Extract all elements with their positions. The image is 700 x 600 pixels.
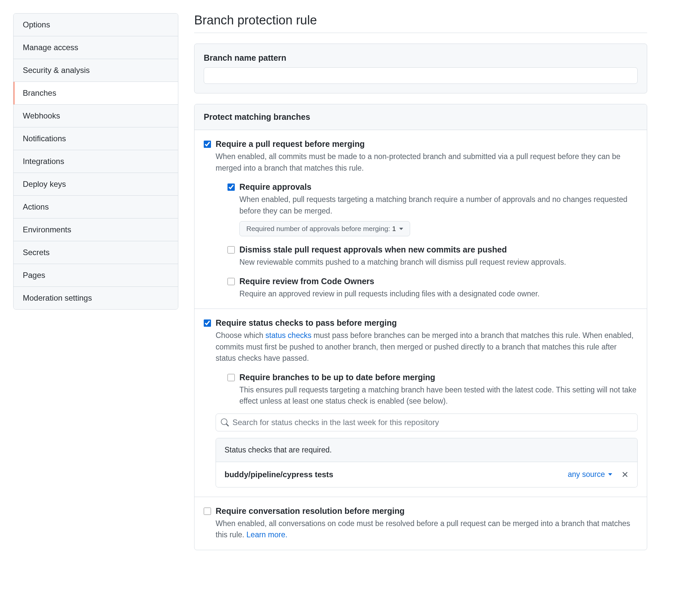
search-icon	[221, 418, 229, 426]
sidebar-item-notifications[interactable]: Notifications	[14, 127, 178, 150]
sidebar-item-secrets[interactable]: Secrets	[14, 241, 178, 264]
code-owners-checkbox[interactable]	[227, 278, 235, 285]
require-pr-checkbox[interactable]	[204, 140, 211, 148]
caret-down-icon	[608, 473, 612, 476]
require-pr-desc: When enabled, all commits must be made t…	[216, 151, 638, 174]
learn-more-link[interactable]: Learn more.	[246, 530, 287, 539]
dismiss-stale-checkbox[interactable]	[227, 246, 235, 254]
conversation-desc: When enabled, all conversations on code …	[216, 518, 638, 541]
settings-sidebar: Options Manage access Security & analysi…	[13, 13, 178, 561]
sidebar-item-branches[interactable]: Branches	[14, 82, 178, 105]
require-approvals-checkbox[interactable]	[227, 183, 235, 191]
approvals-dropdown-value: 1	[392, 225, 396, 233]
status-checks-title: Require status checks to pass before mer…	[216, 318, 638, 328]
branch-pattern-input[interactable]	[204, 67, 638, 84]
require-pr-title: Require a pull request before merging	[216, 139, 638, 149]
sidebar-item-deploy-keys[interactable]: Deploy keys	[14, 173, 178, 196]
remove-check-button[interactable]: ✕	[621, 470, 629, 479]
status-checks-search-input[interactable]	[216, 414, 638, 432]
up-to-date-desc: This ensures pull requests targeting a m…	[240, 384, 638, 407]
required-check-row: buddy/pipeline/cypress tests any source …	[216, 462, 637, 487]
require-approvals-title: Require approvals	[240, 182, 638, 192]
up-to-date-title: Require branches to be up to date before…	[240, 373, 638, 382]
status-checks-checkbox[interactable]	[204, 319, 211, 327]
sidebar-item-manage-access[interactable]: Manage access	[14, 36, 178, 59]
sidebar-item-actions[interactable]: Actions	[14, 196, 178, 218]
sidebar-item-moderation-settings[interactable]: Moderation settings	[14, 287, 178, 309]
code-owners-desc: Require an approved review in pull reque…	[240, 288, 638, 300]
dismiss-stale-desc: New reviewable commits pushed to a match…	[240, 256, 638, 268]
require-approvals-desc: When enabled, pull requests targeting a …	[240, 194, 638, 216]
branch-pattern-label: Branch name pattern	[204, 53, 638, 63]
status-checks-desc: Choose which status checks must pass bef…	[216, 330, 638, 364]
code-owners-title: Require review from Code Owners	[240, 277, 638, 286]
conversation-resolution-checkbox[interactable]	[204, 507, 211, 515]
branch-pattern-card: Branch name pattern	[194, 44, 647, 94]
status-checks-link[interactable]: status checks	[266, 331, 311, 340]
page-title: Branch protection rule	[194, 13, 647, 33]
check-name: buddy/pipeline/cypress tests	[225, 470, 333, 479]
protect-branches-card: Protect matching branches Require a pull…	[194, 104, 647, 550]
up-to-date-checkbox[interactable]	[227, 374, 235, 381]
approvals-count-dropdown[interactable]: Required number of approvals before merg…	[240, 221, 410, 236]
sidebar-item-environments[interactable]: Environments	[14, 218, 178, 241]
required-checks-box: Status checks that are required. buddy/p…	[216, 438, 638, 488]
main-content: Branch protection rule Branch name patte…	[194, 13, 647, 561]
approvals-dropdown-label: Required number of approvals before merg…	[246, 225, 390, 233]
sidebar-item-integrations[interactable]: Integrations	[14, 150, 178, 173]
sidebar-item-options[interactable]: Options	[14, 14, 178, 36]
required-checks-header: Status checks that are required.	[216, 438, 637, 462]
sidebar-item-pages[interactable]: Pages	[14, 264, 178, 287]
sidebar-item-security-analysis[interactable]: Security & analysis	[14, 59, 178, 82]
check-source-dropdown[interactable]: any source	[568, 470, 612, 479]
dismiss-stale-title: Dismiss stale pull request approvals whe…	[240, 245, 638, 255]
conversation-title: Require conversation resolution before m…	[216, 506, 638, 516]
protect-header: Protect matching branches	[195, 104, 647, 130]
caret-down-icon	[399, 228, 403, 230]
sidebar-item-webhooks[interactable]: Webhooks	[14, 105, 178, 127]
